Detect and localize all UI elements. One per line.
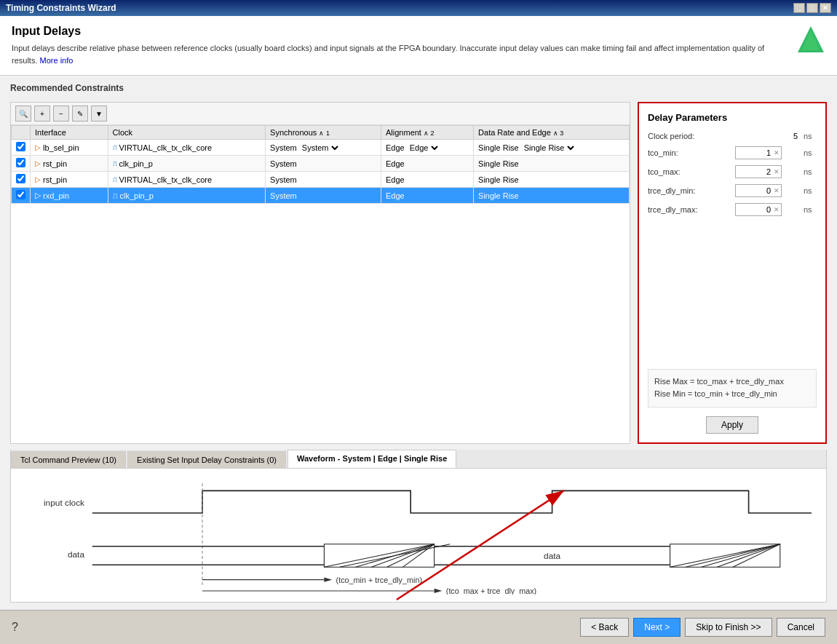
col-interface: Interface bbox=[31, 126, 108, 140]
recommended-label: Recommended Constraints bbox=[10, 83, 827, 93]
cancel-button[interactable]: Cancel bbox=[777, 618, 825, 637]
tco-min-input-wrapper: ✕ bbox=[735, 146, 782, 159]
svg-text:data: data bbox=[68, 550, 85, 559]
footer-buttons: < Back Next > Skip to Finish >> Cancel bbox=[580, 618, 825, 637]
trce-dly-max-input-wrapper: ✕ bbox=[735, 203, 782, 216]
row2-clock: ⎍ clk_pin_p bbox=[108, 156, 266, 172]
tco-min-row: tco_min: ✕ ns bbox=[648, 146, 817, 159]
tco-max-input[interactable] bbox=[736, 166, 772, 178]
header-text: Input Delays Input delays describe relat… bbox=[12, 25, 776, 66]
row4-align: Edge bbox=[381, 188, 474, 204]
tco-min-input[interactable] bbox=[736, 147, 772, 159]
delay-panel-title: Delay Parameters bbox=[648, 112, 817, 123]
back-button[interactable]: < Back bbox=[580, 618, 629, 637]
waveform-area: input clock data bbox=[11, 469, 826, 602]
tco-min-clear[interactable]: ✕ bbox=[772, 149, 781, 156]
remove-button[interactable]: − bbox=[53, 106, 69, 122]
table-row: ▷ rst_pin ⎍ VIRTUAL_clk_tx_clk_core bbox=[12, 172, 630, 188]
add-button[interactable]: + bbox=[34, 106, 50, 122]
search-button[interactable]: 🔍 bbox=[15, 106, 31, 122]
waveform-svg: input clock data bbox=[25, 476, 812, 595]
more-info-link[interactable]: More info bbox=[40, 56, 74, 65]
trce-dly-max-unit: ns bbox=[804, 205, 817, 214]
formula2: Rise Min = tco_min + trce_dly_min bbox=[654, 388, 810, 401]
svg-text:data: data bbox=[544, 552, 561, 560]
tco-min-label: tco_min: bbox=[648, 148, 713, 157]
tco-max-label: tco_max: bbox=[648, 167, 713, 176]
constraints-table: Interface Clock Synchronous ∧ 1 Alignmen… bbox=[11, 125, 630, 204]
window-title: Timing Constraints Wizard bbox=[6, 3, 116, 13]
apply-button[interactable]: Apply bbox=[706, 416, 758, 434]
row2-align: Edge bbox=[381, 156, 474, 172]
table-section: 🔍 + − ✎ ▼ Interface Clock Synchronous bbox=[10, 102, 630, 444]
trce-dly-min-row: trce_dly_min: ✕ ns bbox=[648, 184, 817, 197]
trce-dly-max-label: trce_dly_max: bbox=[648, 205, 713, 214]
middle-row: 🔍 + − ✎ ▼ Interface Clock Synchronous bbox=[10, 102, 827, 444]
row4-sync: System bbox=[266, 188, 381, 204]
edit-button[interactable]: ✎ bbox=[72, 106, 88, 122]
minimize-button[interactable]: _ bbox=[793, 3, 805, 13]
pin-icon: ▷ bbox=[35, 159, 41, 167]
trce-dly-min-input[interactable] bbox=[736, 185, 772, 196]
page-title: Input Delays bbox=[12, 25, 776, 38]
tab-existing[interactable]: Existing Set Input Delay Constraints (0) bbox=[127, 451, 286, 468]
footer-section: ? < Back Next > Skip to Finish >> Cancel bbox=[0, 610, 837, 644]
row3-check[interactable] bbox=[16, 174, 25, 183]
clk-icon: ⎍ bbox=[113, 175, 117, 183]
row1-align: Edge Edge bbox=[381, 140, 474, 156]
row1-sync: System System bbox=[266, 140, 381, 156]
header-description: Input delays describe relative phase bet… bbox=[12, 42, 776, 66]
trce-dly-max-clear[interactable]: ✕ bbox=[772, 206, 781, 213]
clock-period-row: Clock period: 5 ns bbox=[648, 132, 817, 140]
row2-interface: ▷ rst_pin bbox=[31, 156, 108, 172]
row2-sync: System bbox=[266, 156, 381, 172]
tab-waveform[interactable]: Waveform - System | Edge | Single Rise bbox=[287, 450, 456, 468]
body-section: Recommended Constraints 🔍 + − ✎ ▼ bbox=[0, 76, 837, 610]
row1-datarate-select[interactable]: Single Rise bbox=[521, 143, 576, 153]
clock-period-label: Clock period: bbox=[648, 132, 713, 140]
table-row-selected[interactable]: ▷ rxd_pin ⎍ clk_pin_p bbox=[12, 188, 630, 204]
row1-align-select[interactable]: Edge bbox=[407, 143, 440, 153]
tco-max-clear[interactable]: ✕ bbox=[772, 168, 781, 175]
row3-datarate: Single Rise bbox=[474, 172, 630, 188]
row1-check[interactable] bbox=[16, 142, 25, 151]
tab-tcl[interactable]: Tcl Command Preview (10) bbox=[11, 451, 126, 468]
row3-interface: ▷ rst_pin bbox=[31, 172, 108, 188]
ann1-arrowhead bbox=[324, 578, 332, 582]
col-synchronous: Synchronous ∧ 1 bbox=[266, 126, 381, 140]
delay-panel: Delay Parameters Clock period: 5 ns tco_… bbox=[638, 102, 827, 444]
trce-dly-min-input-wrapper: ✕ bbox=[735, 184, 782, 197]
main-content: Input Delays Input delays describe relat… bbox=[0, 16, 837, 644]
next-button[interactable]: Next > bbox=[633, 618, 681, 637]
clock-period-value: 5 bbox=[716, 132, 801, 140]
pin-icon: ▷ bbox=[35, 191, 41, 200]
svg-text:(tco_max + trce_dly_max): (tco_max + trce_dly_max) bbox=[446, 587, 536, 595]
formula-box: Rise Max = tco_max + trce_dly_max Rise M… bbox=[648, 369, 817, 408]
row2-datarate: Single Rise bbox=[474, 156, 630, 172]
trce-dly-min-clear[interactable]: ✕ bbox=[772, 187, 781, 194]
trce-dly-max-input[interactable] bbox=[736, 204, 772, 215]
clk-icon: ⎍ bbox=[113, 191, 118, 200]
logo bbox=[796, 25, 825, 54]
skip-button[interactable]: Skip to Finish >> bbox=[685, 618, 771, 637]
title-bar: Timing Constraints Wizard _ □ ✕ bbox=[0, 0, 837, 16]
maximize-button[interactable]: □ bbox=[806, 3, 818, 13]
apply-row: Apply bbox=[648, 416, 817, 434]
row2-check[interactable] bbox=[16, 158, 25, 167]
close-button[interactable]: ✕ bbox=[820, 3, 831, 13]
clock-wave bbox=[92, 490, 812, 513]
row1-sync-select[interactable]: System bbox=[299, 143, 341, 153]
formula1: Rise Max = tco_max + trce_dly_max bbox=[654, 375, 810, 389]
clock-period-unit: ns bbox=[804, 132, 817, 140]
row3-align: Edge bbox=[381, 172, 474, 188]
table-wrapper: Interface Clock Synchronous ∧ 1 Alignmen… bbox=[11, 125, 630, 443]
row4-check[interactable] bbox=[16, 190, 25, 199]
tab-bar: Tcl Command Preview (10) Existing Set In… bbox=[11, 450, 826, 469]
help-button[interactable]: ? bbox=[12, 621, 18, 634]
table-row: ▷ rst_pin ⎍ clk_pin_p bbox=[12, 156, 630, 172]
clk-icon: ⎍ bbox=[113, 159, 117, 167]
filter-button[interactable]: ▼ bbox=[91, 106, 107, 122]
row4-datarate: Single Rise bbox=[474, 188, 630, 204]
tco-min-unit: ns bbox=[804, 148, 817, 157]
col-check bbox=[12, 126, 31, 140]
